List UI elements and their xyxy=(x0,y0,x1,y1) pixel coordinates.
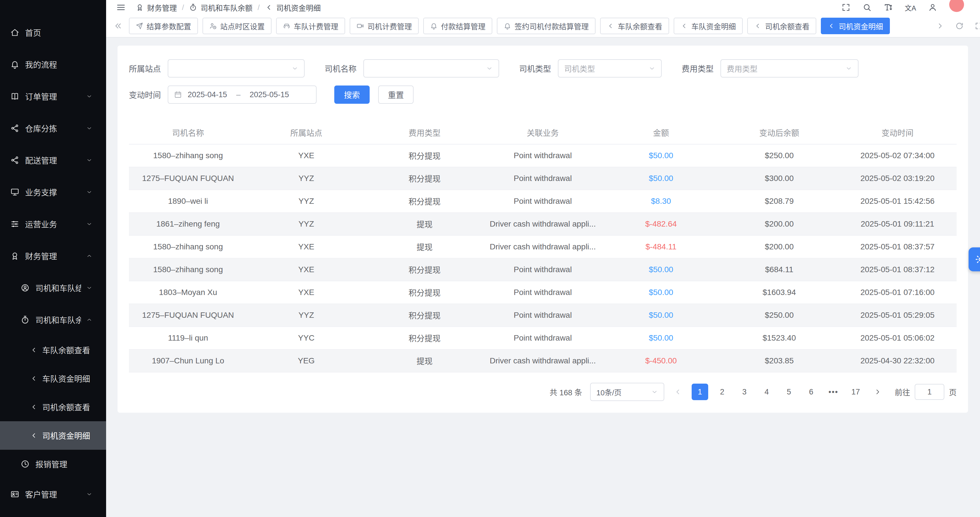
text-height-icon[interactable] xyxy=(884,3,893,12)
tab-fleet-billing[interactable]: 车队计费管理 xyxy=(276,17,345,34)
sidebar-item-home[interactable]: 首页 xyxy=(0,16,106,48)
col-time: 变动时间 xyxy=(838,121,957,144)
table-row: 1890–wei li YYZ 积分提现 Point withdrawal $8… xyxy=(129,190,957,213)
station-select[interactable] xyxy=(168,59,305,78)
tab-settlement-params[interactable]: 结算参数配置 xyxy=(129,17,198,34)
cell-time: 2025-05-01 05:29:05 xyxy=(838,304,957,327)
cell-station: YYZ xyxy=(247,304,366,327)
page-button-5[interactable]: 5 xyxy=(781,384,797,400)
cell-business: Point withdrawal xyxy=(484,258,602,281)
cell-balance: $1603.94 xyxy=(720,281,838,304)
chevron-left-icon xyxy=(674,388,682,396)
sidebar-item-finance[interactable]: 财务管理 xyxy=(0,240,106,272)
tab-driver-balance-view[interactable]: 司机余额查看 xyxy=(747,17,816,34)
cell-fee: 积分提现 xyxy=(365,190,484,213)
sidebar-item-driver-fleet-settlement[interactable]: 司机和车队结算 xyxy=(0,272,106,304)
search-icon[interactable] xyxy=(862,3,872,12)
pagination-total: 共 168 条 xyxy=(550,387,582,398)
driver-type-select[interactable]: 司机类型 xyxy=(558,59,662,78)
refresh-button[interactable] xyxy=(953,22,966,30)
sidebar-item-expense-management[interactable]: 报销管理 xyxy=(0,450,106,478)
tab-label: 结算参数配置 xyxy=(146,21,191,31)
sidebar-item-my-flows[interactable]: 我的流程 xyxy=(0,48,106,80)
fee-type-label: 费用类型 xyxy=(682,63,714,74)
breadcrumb-label: 财务管理 xyxy=(147,2,177,13)
sidebar-item-fleet-fund-detail[interactable]: 车队资金明细 xyxy=(0,364,106,393)
driver-name-select[interactable] xyxy=(363,59,499,78)
page-button-6[interactable]: 6 xyxy=(803,384,819,400)
cell-amount: $8.30 xyxy=(602,190,720,213)
monitor-icon xyxy=(10,187,19,197)
tab-station-timezone[interactable]: 站点时区设置 xyxy=(202,17,272,34)
refresh-icon xyxy=(955,22,964,30)
page-button-1[interactable]: 1 xyxy=(692,384,708,400)
reset-button[interactable]: 重置 xyxy=(378,86,414,104)
cell-fee: 提现 xyxy=(365,235,484,258)
next-page-button[interactable] xyxy=(870,384,886,400)
search-button[interactable]: 搜索 xyxy=(334,86,370,104)
date-range-picker[interactable]: 2025-04-15 – 2025-05-15 xyxy=(168,86,317,104)
tab-label: 司机计费管理 xyxy=(368,21,412,31)
tab-payment-settlement[interactable]: 付款结算管理 xyxy=(423,17,492,34)
table-row: 1907–Chun Lung Lo YEG 提现 Driver cash wit… xyxy=(129,349,957,372)
change-time-label: 变动时间 xyxy=(129,89,161,100)
sidebar-item-fleet-balance-view[interactable]: 车队余额查看 xyxy=(0,336,106,364)
tabs-more-button[interactable] xyxy=(973,22,980,30)
sidebar-item-driver-fleet-balance[interactable]: 司机和车队余额 xyxy=(0,304,106,336)
cell-amount: $50.00 xyxy=(602,327,720,349)
goto-page-input[interactable] xyxy=(915,384,944,400)
sidebar-item-driver-balance-view[interactable]: 司机余额查看 xyxy=(0,393,106,421)
cell-amount: $50.00 xyxy=(602,304,720,327)
chevron-down-icon xyxy=(86,189,92,195)
fullscreen-icon[interactable] xyxy=(842,3,851,12)
cell-business: Point withdrawal xyxy=(484,327,602,349)
nodes-icon xyxy=(10,155,19,165)
topbar-actions: 文A xyxy=(842,0,964,15)
tab-contracted-driver-settlement[interactable]: 签约司机付款结算管理 xyxy=(497,17,595,34)
user-icon[interactable] xyxy=(928,3,937,12)
book-icon xyxy=(10,92,19,101)
pages-ellipsis[interactable]: ••• xyxy=(825,388,842,396)
col-amount: 金额 xyxy=(602,121,720,144)
sidebar-item-delivery[interactable]: 配送管理 xyxy=(0,144,106,176)
tab-fleet-balance-view[interactable]: 车队余额查看 xyxy=(600,17,669,34)
sidebar-item-label: 司机资金明细 xyxy=(42,430,90,441)
sidebar-item-warehouse-sorting[interactable]: 仓库分拣 xyxy=(0,112,106,144)
chevron-left-icon xyxy=(30,403,38,411)
breadcrumb-item-finance[interactable]: 财务管理 xyxy=(136,2,177,13)
breadcrumb-item-driver-fund-detail[interactable]: 司机资金明细 xyxy=(265,2,321,13)
sidebar-item-orders[interactable]: 订单管理 xyxy=(0,80,106,112)
page-button-3[interactable]: 3 xyxy=(736,384,752,400)
tabs-scroll-left-button[interactable] xyxy=(112,22,124,30)
sidebar-item-label: 车队余额查看 xyxy=(42,344,90,356)
hamburger-menu-icon[interactable] xyxy=(116,3,126,12)
sidebar-item-driver-fund-detail[interactable]: 司机资金明细 xyxy=(0,421,106,450)
page-button-2[interactable]: 2 xyxy=(714,384,730,400)
sidebar-item-operations[interactable]: 运营业务 xyxy=(0,208,106,240)
tabs-scroll-right-button[interactable] xyxy=(934,22,947,30)
idcard-icon xyxy=(10,490,19,499)
page-size-select[interactable]: 10条/页 xyxy=(590,383,664,401)
avatar[interactable] xyxy=(949,0,964,12)
cell-amount: $50.00 xyxy=(602,258,720,281)
sidebar-item-customers[interactable]: 客户管理 xyxy=(0,478,106,510)
breadcrumb-item-driver-fleet-balance[interactable]: 司机和车队余额 xyxy=(189,2,252,13)
settings-float-button[interactable] xyxy=(969,247,980,271)
tab-driver-fund-detail[interactable]: 司机资金明细 xyxy=(821,17,890,34)
table-row: 1580–zhihang song YXE 积分提现 Point withdra… xyxy=(129,258,957,281)
prev-page-button[interactable] xyxy=(670,384,686,400)
table-row: 1275–FUQUAN FUQUAN YYZ 积分提现 Point withdr… xyxy=(129,167,957,190)
tab-driver-billing[interactable]: 司机计费管理 xyxy=(350,17,419,34)
translate-icon[interactable]: 文A xyxy=(905,3,916,13)
fee-type-select[interactable]: 费用类型 xyxy=(721,59,859,78)
driver-fund-detail-card: 所属站点 司机名称 司机类型 司机类型 xyxy=(118,46,968,413)
sidebar-item-business-support[interactable]: 业务支撑 xyxy=(0,176,106,208)
page-button-4[interactable]: 4 xyxy=(758,384,775,400)
nodes-icon xyxy=(10,124,19,133)
tab-fleet-fund-detail[interactable]: 车队资金明细 xyxy=(674,17,743,34)
chevron-left-icon xyxy=(828,22,835,30)
driver-type-placeholder: 司机类型 xyxy=(564,63,649,74)
badge-icon xyxy=(10,251,19,260)
cell-fee: 提现 xyxy=(365,213,484,235)
page-button-17[interactable]: 17 xyxy=(847,384,864,400)
